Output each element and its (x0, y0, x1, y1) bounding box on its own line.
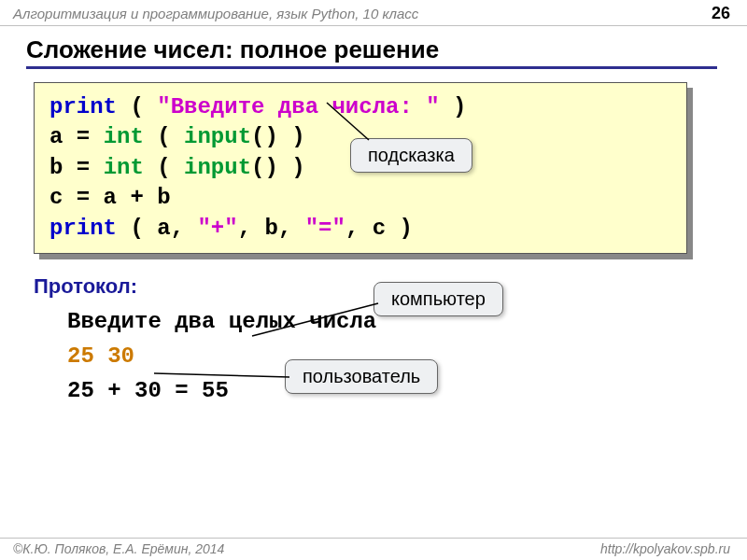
page-number: 26 (712, 4, 730, 23)
callout-computer-text: компьютер (391, 288, 486, 309)
footer-authors: ©К.Ю. Поляков, Е.А. Ерёмин, 2014 (13, 541, 224, 556)
slide-header: Алгоритмизация и программирование, язык … (0, 0, 747, 26)
slide-footer: ©К.Ю. Поляков, Е.А. Ерёмин, 2014 http://… (0, 538, 747, 556)
code-line-5: print ( a, "+", b, "=", c ) (49, 214, 671, 244)
code-line-1: print ( "Введите два числа: " ) (49, 92, 671, 122)
footer-url: http://kpolyakov.spb.ru (600, 541, 730, 556)
callout-user-text: пользователь (303, 366, 420, 386)
code-line-4: c = a + b (49, 183, 671, 213)
slide-title: Сложение чисел: полное решение (26, 35, 717, 69)
callout-computer: компьютер (374, 282, 503, 316)
callout-user: пользователь (285, 359, 438, 394)
callout-hint: подсказка (350, 138, 472, 173)
course-title: Алгоритмизация и программирование, язык … (13, 6, 418, 21)
callout-hint-text: подсказка (368, 145, 455, 165)
